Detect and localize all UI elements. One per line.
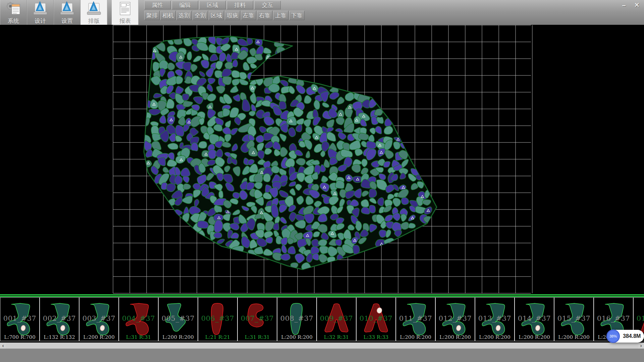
piece-id: 016_#37 bbox=[594, 314, 633, 322]
title-toolbar: 系统 设计 设置 bbox=[0, 0, 644, 25]
tab-label: 报表 bbox=[119, 17, 131, 25]
piece-id: 003_#37 bbox=[79, 314, 118, 322]
piece-id: 012_#37 bbox=[436, 314, 475, 322]
piece-lr-count: L:32 R:31 bbox=[317, 334, 356, 340]
piece-thumbnail-strip: 001_#37L:700 R:700002_#37L:132 R:132003_… bbox=[0, 297, 644, 343]
scrollbar-track[interactable] bbox=[6, 343, 638, 349]
nesting-ruler-icon bbox=[86, 0, 102, 17]
tab-design[interactable]: 设计 bbox=[27, 0, 54, 25]
minimize-button[interactable]: – bbox=[618, 1, 630, 9]
piece-lr-count: L:700 R:700 bbox=[0, 334, 39, 340]
hide-layout-svg bbox=[0, 25, 644, 294]
menu-interact[interactable]: 交互 bbox=[254, 1, 281, 9]
piece-id: 006_#37 bbox=[198, 314, 237, 322]
tool-defect[interactable]: 瑕疵 bbox=[225, 11, 240, 20]
tab-settings[interactable]: 设置 bbox=[54, 0, 80, 25]
main-tabs: 系统 设计 设置 bbox=[0, 0, 139, 25]
scroll-right-button[interactable]: › bbox=[638, 343, 644, 349]
piece-lr-count: L:200 R:200 bbox=[475, 334, 514, 340]
thumbnail-011[interactable]: 011_#37L:200 R:200 bbox=[396, 297, 435, 341]
piece-id: 014_#37 bbox=[515, 314, 554, 322]
tab-label: 设置 bbox=[61, 17, 73, 25]
tool-region[interactable]: 区域 bbox=[209, 11, 224, 20]
piece-id: 015_#37 bbox=[554, 314, 593, 322]
thumbnail-008[interactable]: 008_#37L:200 R:200 bbox=[277, 297, 317, 341]
tab-report[interactable]: 报表 bbox=[112, 0, 139, 25]
nesting-canvas[interactable] bbox=[0, 25, 644, 294]
thumbnail-004[interactable]: 004_#37L:31 R:31 bbox=[119, 297, 158, 341]
system-gear-doc-icon bbox=[5, 0, 21, 17]
tool-snap-up[interactable]: 上靠 bbox=[273, 11, 288, 20]
tab-label: 系统 bbox=[8, 17, 19, 25]
piece-lr-count: L:31 R:31 bbox=[119, 334, 158, 340]
thumbnail-010[interactable]: 010_#37L:33 R:33 bbox=[356, 297, 396, 341]
design-ruler-icon bbox=[32, 0, 48, 17]
thumbnail-013[interactable]: 013_#37L:200 R:200 bbox=[475, 297, 515, 341]
piece-lr-count: L:200 R:200 bbox=[554, 334, 593, 340]
piece-id: 001_#37 bbox=[0, 314, 39, 322]
piece-lr-count: L:200 R:200 bbox=[436, 334, 475, 340]
thumbnail-014[interactable]: 014_#37L:200 R:200 bbox=[515, 297, 554, 341]
piece-lr-count: L:31 R:31 bbox=[238, 334, 277, 340]
piece-lr-count: L:200 R:200 bbox=[515, 334, 554, 340]
tool-cluster-nest[interactable]: 聚排 bbox=[144, 11, 160, 20]
thumbnail-002[interactable]: 002_#37L:132 R:132 bbox=[40, 297, 79, 341]
piece-lr-count: L:21 R:21 bbox=[198, 334, 237, 340]
close-button[interactable]: ✕ bbox=[631, 1, 643, 9]
thumbnails-divider bbox=[0, 294, 644, 297]
thumbnail-006[interactable]: 006_#37L:21 R:21 bbox=[198, 297, 237, 341]
piece-id: 017_#37 bbox=[634, 314, 644, 322]
scroll-left-button[interactable]: ‹ bbox=[0, 343, 6, 349]
piece-id: 005_#37 bbox=[159, 314, 198, 322]
thumbnail-001[interactable]: 001_#37L:700 R:700 bbox=[0, 297, 40, 341]
tool-snap-left[interactable]: 左靠 bbox=[241, 11, 256, 20]
tab-label: 排版 bbox=[88, 17, 100, 25]
menu-edit[interactable]: 编辑 bbox=[172, 1, 198, 9]
menu-region[interactable]: 区域 bbox=[199, 1, 226, 9]
thumbnail-009[interactable]: 009_#37L:32 R:31 bbox=[317, 297, 356, 341]
menu-properties[interactable]: 属性 bbox=[144, 1, 171, 9]
memory-badge[interactable]: 38% 384.8M bbox=[607, 330, 644, 343]
tool-snap-down[interactable]: 下靠 bbox=[289, 11, 305, 20]
progress-percent: 38% bbox=[609, 334, 617, 338]
piece-lr-count: L:200 R:200 bbox=[79, 334, 118, 340]
horizontal-scrollbar[interactable]: ‹ › bbox=[0, 343, 644, 349]
piece-id: 011_#37 bbox=[396, 314, 435, 322]
settings-ruler-icon bbox=[59, 0, 75, 17]
status-bar bbox=[0, 349, 644, 362]
piece-id: 002_#37 bbox=[40, 314, 79, 322]
piece-lr-count: L:132 R:132 bbox=[40, 334, 79, 340]
piece-lr-count: L:33 R:33 bbox=[357, 334, 395, 340]
tool-camera[interactable]: 相机 bbox=[160, 11, 176, 20]
piece-id: 010_#37 bbox=[357, 314, 395, 322]
piece-id: 013_#37 bbox=[475, 314, 514, 322]
tool-snap-right[interactable]: 右靠 bbox=[257, 11, 272, 20]
menu-nest-material[interactable]: 排料 bbox=[227, 1, 253, 9]
thumbnail-003[interactable]: 003_#37L:200 R:200 bbox=[79, 297, 119, 341]
thumbnail-015[interactable]: 015_#37L:200 R:200 bbox=[554, 297, 594, 341]
tab-label: 设计 bbox=[35, 17, 46, 25]
piece-lr-count: L:200 R:200 bbox=[159, 334, 198, 340]
menu-bar: 属性编辑区域排料交互 bbox=[144, 1, 305, 9]
piece-id: 008_#37 bbox=[277, 314, 316, 322]
piece-lr-count: L:200 R:200 bbox=[396, 334, 435, 340]
piece-id: 009_#37 bbox=[317, 314, 356, 322]
piece-id: 007_#37 bbox=[238, 314, 277, 322]
tool-cut-selected[interactable]: 选割 bbox=[176, 11, 192, 20]
piece-lr-count: L:200 R:200 bbox=[277, 334, 316, 340]
tab-nesting[interactable]: 排版 bbox=[80, 0, 107, 25]
thumbnail-005[interactable]: 005_#37L:200 R:200 bbox=[158, 297, 198, 341]
tool-cut-all[interactable]: 全割 bbox=[193, 11, 208, 20]
memory-value: 384.8M bbox=[623, 333, 641, 339]
report-doc-icon bbox=[117, 0, 133, 17]
thumbnail-007[interactable]: 007_#37L:31 R:31 bbox=[237, 297, 277, 341]
tab-system[interactable]: 系统 bbox=[0, 0, 27, 25]
piece-id: 004_#37 bbox=[119, 314, 158, 322]
thumbnail-012[interactable]: 012_#37L:200 R:200 bbox=[435, 297, 475, 341]
progress-circle: 38% bbox=[606, 329, 620, 343]
tool-bar: 聚排相机选割全割区域瑕疵左靠右靠上靠下靠 bbox=[144, 11, 305, 20]
